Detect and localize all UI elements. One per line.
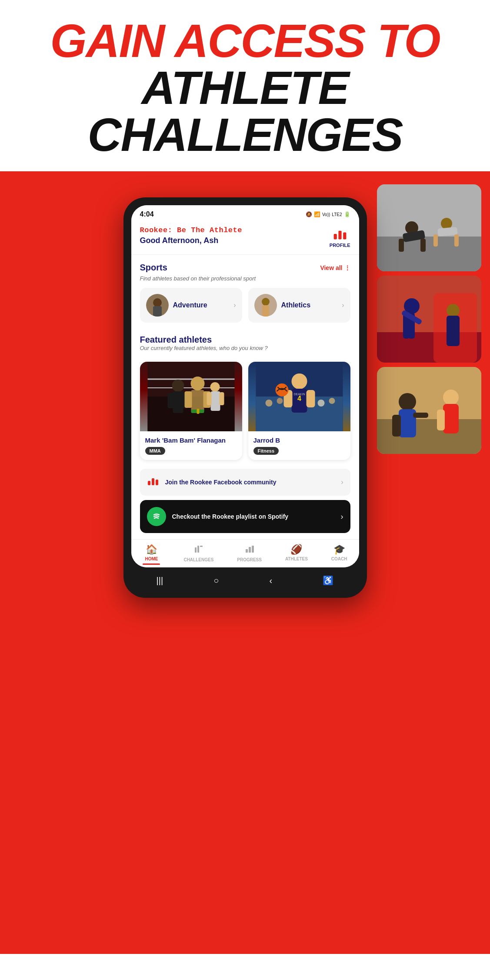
home-label: HOME bbox=[145, 557, 158, 561]
side-images bbox=[377, 184, 481, 454]
athletes-grid: Mark 'Bam Bam' Flanagan MMA bbox=[131, 362, 359, 464]
svg-rect-33 bbox=[153, 306, 162, 317]
sport-card-athletics[interactable]: Athletics › bbox=[248, 288, 350, 323]
app-header: Rookee: Be The Athlete Good Afternoon, A… bbox=[131, 222, 359, 255]
featured-section: Featured athletes Our currently featured… bbox=[131, 327, 359, 362]
svg-point-35 bbox=[262, 298, 270, 306]
svg-rect-80 bbox=[252, 546, 254, 553]
challenges-icon bbox=[194, 544, 203, 556]
svg-point-45 bbox=[190, 377, 204, 390]
featured-title: Featured athletes bbox=[140, 335, 350, 345]
svg-point-58 bbox=[277, 398, 283, 404]
bottom-nav: 🏠 HOME CHALLENGES bbox=[131, 539, 359, 567]
svg-rect-67 bbox=[306, 390, 315, 407]
bball-scene: 4 DEAKIN bbox=[248, 362, 350, 431]
nav-home[interactable]: 🏠 HOME bbox=[143, 544, 160, 565]
nav-progress[interactable]: PROGRESS bbox=[237, 544, 262, 565]
svg-rect-54 bbox=[219, 392, 224, 405]
view-all-dots: ⋮ bbox=[344, 264, 350, 271]
progress-label: PROGRESS bbox=[237, 557, 262, 562]
gym-scene-bg bbox=[377, 184, 481, 271]
battery-icon: 🔋 bbox=[344, 211, 350, 217]
adventure-avatar bbox=[146, 294, 169, 317]
mma-athlete-name: Mark 'Bam Bam' Flanagan bbox=[145, 437, 237, 444]
svg-point-6 bbox=[441, 218, 452, 229]
svg-point-32 bbox=[153, 298, 162, 307]
nav-challenges[interactable]: CHALLENGES bbox=[183, 544, 213, 565]
signal-text: Vo)) bbox=[322, 212, 330, 217]
athletes-icon: 🏈 bbox=[290, 544, 302, 555]
adventure-arrow-icon: › bbox=[233, 301, 236, 309]
accessibility-icon: ♿ bbox=[323, 575, 333, 586]
svg-point-17 bbox=[447, 304, 460, 317]
svg-point-21 bbox=[399, 393, 416, 410]
spotify-icon bbox=[147, 507, 166, 526]
mma-scene bbox=[140, 362, 242, 431]
svg-point-41 bbox=[172, 380, 184, 392]
svg-rect-74 bbox=[195, 547, 197, 553]
svg-point-63 bbox=[291, 373, 307, 389]
svg-rect-42 bbox=[173, 391, 183, 413]
view-all-button[interactable]: View all ⋮ bbox=[320, 264, 350, 271]
svg-rect-28 bbox=[333, 234, 337, 240]
svg-rect-78 bbox=[246, 549, 248, 553]
community-banner[interactable]: Join the Rookee Facebook community › bbox=[140, 469, 350, 496]
adventure-sport-name: Adventure bbox=[173, 301, 230, 309]
svg-rect-8 bbox=[433, 234, 438, 247]
svg-rect-70 bbox=[148, 481, 150, 485]
svg-rect-79 bbox=[249, 547, 251, 553]
community-text: Join the Rookee Facebook community bbox=[165, 479, 335, 486]
featured-subtitle: Our currently featured athletes, who do … bbox=[140, 345, 350, 351]
svg-rect-50 bbox=[197, 409, 199, 414]
svg-rect-5 bbox=[420, 239, 426, 252]
community-arrow-icon: › bbox=[341, 478, 343, 486]
yoga-scene-bg bbox=[377, 276, 481, 363]
svg-point-73 bbox=[150, 510, 163, 523]
nav-athletes[interactable]: 🏈 ATHLETES bbox=[285, 544, 308, 565]
wifi-icon: 📶 bbox=[314, 211, 320, 217]
header-section: GAIN ACCESS TO ATHLETE CHALLENGES bbox=[0, 0, 490, 171]
header-title-black: ATHLETE CHALLENGES bbox=[26, 64, 464, 158]
side-image-fitness bbox=[377, 367, 481, 454]
profile-button[interactable]: PROFILE bbox=[330, 226, 350, 248]
svg-rect-30 bbox=[343, 232, 346, 239]
svg-rect-72 bbox=[156, 480, 158, 485]
sports-title: Sports bbox=[140, 263, 167, 273]
svg-rect-4 bbox=[399, 239, 404, 252]
status-time: 4:04 bbox=[140, 210, 154, 218]
profile-label: PROFILE bbox=[330, 243, 350, 248]
main-content: 4:04 🔕 📶 Vo)) LTE2 🔋 Rookee: Be The Athl… bbox=[0, 171, 490, 954]
app-title: Rookee: Be The Athlete bbox=[140, 226, 242, 234]
community-chart-icon bbox=[147, 475, 159, 490]
nav-coach[interactable]: 🎓 COACH bbox=[331, 544, 347, 565]
athlete-card-fitness[interactable]: 4 DEAKIN Jarrod B bbox=[248, 362, 350, 460]
svg-rect-52 bbox=[210, 391, 220, 411]
svg-rect-46 bbox=[191, 390, 204, 412]
coach-icon: 🎓 bbox=[333, 544, 345, 555]
challenges-label: CHALLENGES bbox=[183, 557, 213, 562]
side-image-gym bbox=[377, 184, 481, 271]
svg-rect-23 bbox=[392, 415, 401, 437]
svg-rect-24 bbox=[413, 413, 428, 418]
svg-point-62 bbox=[329, 398, 335, 404]
svg-rect-26 bbox=[443, 404, 459, 433]
sports-section-header: Sports View all ⋮ bbox=[140, 263, 350, 273]
recents-icon: ‹ bbox=[270, 576, 273, 586]
lte-text: LTE2 bbox=[332, 212, 342, 217]
spotify-banner[interactable]: Checkout the Rookee playlist on Spotify … bbox=[140, 500, 350, 533]
athlete-card-mma[interactable]: Mark 'Bam Bam' Flanagan MMA bbox=[140, 362, 242, 460]
fitness-scene-bg bbox=[377, 367, 481, 454]
svg-point-51 bbox=[210, 382, 220, 392]
svg-rect-18 bbox=[447, 316, 460, 346]
svg-rect-22 bbox=[399, 409, 416, 437]
sport-card-adventure[interactable]: Adventure › bbox=[140, 288, 242, 323]
spotify-arrow-icon: › bbox=[341, 512, 343, 521]
svg-rect-71 bbox=[152, 478, 154, 485]
svg-rect-27 bbox=[437, 410, 445, 430]
svg-text:DEAKIN: DEAKIN bbox=[293, 393, 305, 396]
svg-point-25 bbox=[443, 390, 459, 405]
status-icons: 🔕 📶 Vo)) LTE2 🔋 bbox=[306, 211, 350, 217]
side-image-yoga bbox=[377, 276, 481, 363]
sports-subtitle: Find athletes based on their professiona… bbox=[140, 275, 350, 282]
athletes-label: ATHLETES bbox=[285, 557, 308, 561]
